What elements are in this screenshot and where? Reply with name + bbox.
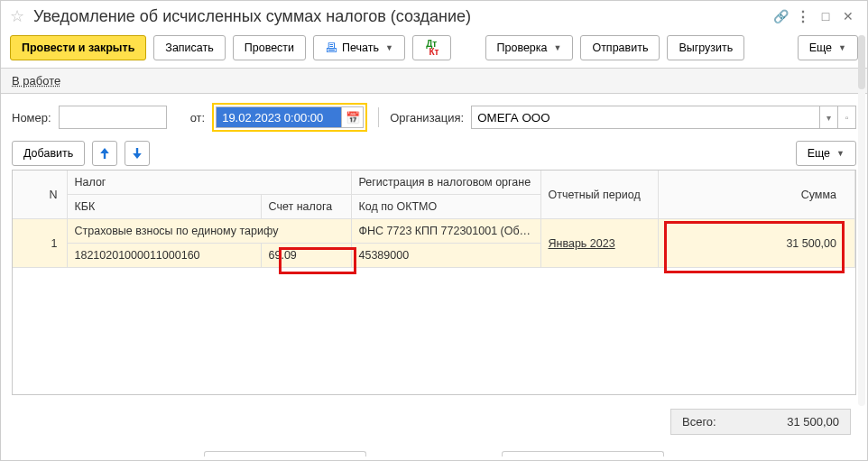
header-sum[interactable]: Сумма <box>658 171 855 219</box>
cell-period: Январь 2023 <box>540 219 658 268</box>
more-vertical-icon[interactable]: ⋮ <box>793 6 813 26</box>
date-label: от: <box>190 111 206 124</box>
write-button[interactable]: Записать <box>153 35 225 60</box>
calendar-button[interactable]: 📅 <box>342 106 364 128</box>
vertical-scrollbar[interactable] <box>858 35 865 406</box>
send-button[interactable]: Отправить <box>580 35 660 60</box>
org-dropdown-button[interactable]: ▾ <box>820 106 838 129</box>
status-strip: В работе <box>1 69 867 94</box>
org-label: Организация: <box>390 111 464 124</box>
header-period[interactable]: Отчетный период <box>540 171 658 219</box>
chevron-down-icon: ▼ <box>838 43 846 52</box>
header-oktmo[interactable]: Код по ОКТМО <box>351 195 540 219</box>
arrow-up-icon <box>99 148 110 159</box>
header-acct[interactable]: Счет налога <box>261 195 351 219</box>
table-more-button[interactable]: Еще ▼ <box>796 141 856 166</box>
dtkt-icon: Дт Кт <box>424 40 439 56</box>
cell-oktmo: 45389000 <box>351 244 540 268</box>
post-and-close-button[interactable]: Провести и закрыть <box>10 35 146 60</box>
org-open-button[interactable]: ▫ <box>838 106 856 129</box>
total-value: 31 500,00 <box>787 415 839 429</box>
calendar-icon: 📅 <box>346 111 360 124</box>
number-label: Номер: <box>12 111 51 124</box>
window-title: Уведомление об исчисленных суммах налого… <box>33 7 762 26</box>
scroll-thumb[interactable] <box>858 35 865 89</box>
print-button[interactable]: 🖶 Печать ▼ <box>313 35 405 60</box>
header-tax[interactable]: Налог <box>67 171 351 195</box>
table-row[interactable]: 1 Страховые взносы по единому тарифу ФНС… <box>13 219 855 244</box>
tax-grid[interactable]: N Налог Регистрация в налоговом органе О… <box>13 171 855 268</box>
more-label: Еще <box>808 147 830 160</box>
window-controls: 🔗 ⋮ □ ✕ <box>771 6 858 26</box>
header-reg[interactable]: Регистрация в налоговом органе <box>351 171 540 195</box>
main-toolbar: Провести и закрыть Записать Провести 🖶 П… <box>1 32 867 69</box>
chevron-down-icon: ▼ <box>385 43 393 52</box>
cell-kbk: 18210201000011000160 <box>67 244 261 268</box>
printer-icon: 🖶 <box>325 41 337 55</box>
date-input[interactable]: 19.02.2023 0:00:00 <box>216 106 342 128</box>
cell-n: 1 <box>13 219 67 268</box>
favorite-star-icon[interactable]: ☆ <box>10 6 24 26</box>
close-icon[interactable]: ✕ <box>838 6 858 26</box>
print-label: Печать <box>342 41 379 54</box>
tax-grid-wrap: N Налог Регистрация в налоговом органе О… <box>12 170 856 395</box>
maximize-icon[interactable]: □ <box>816 6 836 26</box>
move-down-button[interactable] <box>125 141 150 166</box>
toolbar-more-button[interactable]: Еще ▼ <box>798 35 858 60</box>
dtkt-button[interactable]: Дт Кт <box>412 35 451 60</box>
org-field: ▾ ▫ <box>471 106 856 129</box>
header-n[interactable]: N <box>13 171 67 219</box>
upload-button[interactable]: Выгрузить <box>667 35 744 60</box>
add-row-button[interactable]: Добавить <box>12 141 85 166</box>
chevron-down-icon: ▼ <box>554 43 562 52</box>
header-kbk[interactable]: КБК <box>67 195 261 219</box>
total-label: Всего: <box>682 415 716 429</box>
cell-reg: ФНС 7723 КПП 772301001 (Об… <box>351 219 540 244</box>
bottom-tabs-peek <box>1 451 867 456</box>
check-label: Проверка <box>497 41 548 54</box>
number-input[interactable] <box>59 106 167 129</box>
move-up-button[interactable] <box>92 141 117 166</box>
cell-acct: 69.09 <box>261 244 351 268</box>
chevron-down-icon: ▼ <box>836 149 845 158</box>
arrow-down-icon <box>132 148 143 159</box>
cell-sum: 31 500,00 <box>658 219 855 268</box>
date-field-highlight: 19.02.2023 0:00:00 📅 <box>212 103 367 132</box>
status-link[interactable]: В работе <box>12 74 60 88</box>
title-bar: ☆ Уведомление об исчисленных суммах нало… <box>1 1 867 32</box>
table-toolbar: Добавить Еще ▼ <box>1 137 867 170</box>
post-button[interactable]: Провести <box>233 35 306 60</box>
footer-total: Всего: 31 500,00 <box>670 409 851 435</box>
header-form-row: Номер: от: 19.02.2023 0:00:00 📅 Организа… <box>1 94 867 137</box>
period-link[interactable]: Январь 2023 <box>549 237 615 250</box>
cell-tax: Страховые взносы по единому тарифу <box>67 219 351 244</box>
check-button[interactable]: Проверка ▼ <box>485 35 574 60</box>
org-input[interactable] <box>471 106 820 129</box>
more-label: Еще <box>809 41 832 54</box>
separator <box>378 107 379 127</box>
attach-icon[interactable]: 🔗 <box>771 6 790 26</box>
